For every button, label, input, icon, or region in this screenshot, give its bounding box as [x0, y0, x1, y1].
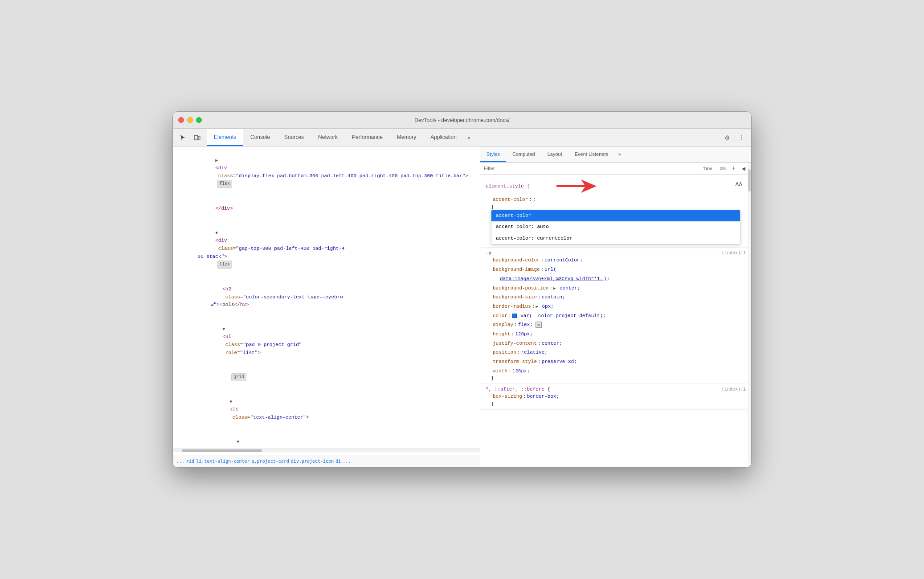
settings-icon[interactable]: ⚙ — [721, 131, 733, 144]
css-property-line[interactable]: transform-style : preserve-3d; — [486, 357, 746, 367]
css-property-line[interactable]: background-image : url( — [486, 265, 746, 274]
css-property-line[interactable]: justify-content : center; — [486, 339, 746, 348]
minimize-button[interactable] — [187, 117, 193, 123]
main-tab-list: Elements Console Sources Network Perform… — [207, 129, 474, 146]
html-line[interactable]: grid — [173, 365, 480, 390]
css-close-brace: } — [486, 375, 746, 381]
expand-triangle[interactable]: ▼ — [229, 400, 232, 404]
horizontal-scrollbar[interactable] — [173, 449, 480, 452]
css-property-line[interactable]: accent-color : ; — [486, 195, 746, 204]
devtools-tab-bar: Elements Console Sources Network Perform… — [173, 129, 751, 147]
css-property-line[interactable]: width : 128px; — [486, 367, 746, 376]
hov-button[interactable]: :hov — [701, 165, 715, 172]
more-options-icon[interactable]: ⋮ — [735, 131, 748, 144]
css-property-line[interactable]: height : 128px; — [486, 330, 746, 339]
css-rule-p: .p (index):1 background-color : currentC… — [480, 248, 751, 384]
autocomplete-item-accent-color[interactable]: accent-color — [491, 210, 740, 222]
autocomplete-item-auto[interactable]: accent-color: auto — [491, 221, 740, 233]
tab-layout[interactable]: Layout — [541, 147, 568, 162]
cursor-icon[interactable] — [176, 131, 189, 144]
elements-content[interactable]: ▶ <div class="display-flex pad-bottom-30… — [173, 147, 480, 449]
styles-tab-bar: Styles Computed Layout Event Listeners » — [480, 147, 751, 163]
css-property-line[interactable]: border-radius : ▶ 6px; — [486, 302, 746, 311]
tab-computed[interactable]: Computed — [506, 147, 541, 162]
data-url-link[interactable]: data:image/svg+xml,%3Csvg width='1… — [500, 275, 603, 283]
red-arrow-annotation — [556, 177, 597, 195]
tab-sources[interactable]: Sources — [277, 129, 311, 146]
add-style-button[interactable]: + — [730, 164, 738, 172]
filter-input[interactable] — [484, 166, 699, 171]
text-size-icon[interactable]: AA — [735, 181, 742, 188]
css-property-line[interactable]: background-size : contain; — [486, 293, 746, 302]
flex-badge[interactable]: flex — [217, 261, 232, 269]
html-line[interactable]: <h2 class="color-secondary-text type--ey… — [173, 277, 480, 317]
tab-elements[interactable]: Elements — [207, 129, 243, 146]
filter-actions: :hov .cls + ◀ — [701, 164, 748, 172]
maximize-button[interactable] — [196, 117, 202, 123]
css-property-line[interactable]: color : var(--color-project-default); — [486, 311, 746, 321]
tab-console[interactable]: Console — [243, 129, 277, 146]
breadcrumb-item[interactable]: ... — [176, 459, 184, 464]
device-toggle-icon[interactable] — [191, 131, 203, 144]
scroll-thumb[interactable] — [182, 449, 262, 452]
expand-triangle[interactable]: ▼ — [237, 440, 239, 444]
expand-triangle[interactable]: ▶ — [553, 286, 556, 291]
flex-badge[interactable]: flex — [217, 180, 232, 188]
css-property-line[interactable]: background-position : ▶ center; — [486, 284, 746, 293]
color-swatch[interactable] — [512, 314, 517, 318]
css-close-brace: } — [486, 204, 746, 210]
breadcrumb-item[interactable]: li.text-align-center — [196, 459, 249, 464]
cls-button[interactable]: .cls — [716, 165, 728, 172]
css-property-line[interactable]: background-color : currentColor; — [486, 256, 746, 265]
close-button[interactable] — [178, 117, 184, 123]
breadcrumb-item[interactable]: a.project-card — [252, 459, 289, 464]
html-line[interactable]: ▶ <div class="display-flex pad-bottom-30… — [173, 148, 480, 196]
html-line[interactable]: ▼ <ul class="pad-0 project-grid" role="l… — [173, 317, 480, 365]
breadcrumb-item[interactable]: rid — [186, 459, 194, 464]
tab-application[interactable]: Application — [423, 129, 464, 146]
elements-panel: ▶ <div class="display-flex pad-bottom-30… — [173, 147, 480, 467]
breadcrumb-bar: ... rid li.text-align-center a.project-c… — [173, 455, 480, 467]
source-link[interactable]: (index):1 — [722, 251, 746, 256]
css-property-line[interactable]: display : flex; ⊞ — [486, 320, 746, 330]
styles-tab-more[interactable]: » — [615, 147, 625, 162]
css-selector[interactable]: .p — [486, 250, 491, 256]
css-property-line[interactable]: position : relative; — [486, 348, 746, 357]
source-link[interactable]: (index):1 — [722, 387, 746, 392]
css-rule-universal: *, ::after, ::before { (index):1 box-siz… — [480, 384, 751, 410]
html-line[interactable]: ▼ <a class="project-card" href="devtools… — [173, 430, 480, 449]
expand-triangle[interactable]: ▶ — [536, 305, 538, 309]
breadcrumb-item[interactable]: di — [335, 459, 341, 464]
expand-triangle[interactable]: ▼ — [215, 231, 218, 236]
expand-triangle[interactable]: ▶ — [215, 158, 218, 163]
breadcrumb-item[interactable]: div.project-icon — [291, 459, 334, 464]
tab-event-listeners[interactable]: Event Listeners — [568, 147, 615, 162]
scrollbar-thumb[interactable] — [748, 169, 751, 192]
element-style-rule: element.style { accent-color : ; — [480, 175, 751, 248]
css-property-continuation[interactable]: data:image/svg+xml,%3Csvg width='1… ); — [486, 274, 746, 284]
html-line[interactable]: ▼ <li class="text-align-center"> — [173, 390, 480, 430]
tab-memory[interactable]: Memory — [390, 129, 423, 146]
html-line[interactable]: ▼ <div class="gap-top-300 pad-left-400 p… — [173, 221, 480, 277]
vertical-scrollbar[interactable] — [748, 163, 751, 467]
tab-performance[interactable]: Performance — [345, 129, 390, 146]
breadcrumb-ellipsis[interactable]: ... — [343, 459, 351, 464]
devtools-window: DevTools - developer.chrome.com/docs/ — [172, 111, 752, 468]
styles-filter-bar: :hov .cls + ◀ — [480, 163, 751, 175]
css-property-line[interactable]: box-sizing : border-box; — [486, 392, 746, 401]
html-line[interactable]: </div> — [173, 196, 480, 221]
devtools-container: Elements Console Sources Network Perform… — [173, 129, 751, 467]
svg-rect-1 — [198, 136, 200, 139]
css-selector[interactable]: element.style { — [486, 183, 530, 189]
grid-badge[interactable]: grid — [231, 373, 246, 381]
css-selector[interactable]: *, ::after, ::before { — [486, 387, 550, 392]
tab-more-button[interactable]: » — [464, 129, 474, 146]
autocomplete-item-currentcolor[interactable]: accent-color: currentcolor — [491, 233, 740, 245]
autocomplete-dropdown[interactable]: accent-color accent-color: auto accent-c… — [491, 210, 740, 245]
tab-network[interactable]: Network — [311, 129, 345, 146]
flex-layout-icon[interactable]: ⊞ — [536, 322, 542, 328]
expand-triangle[interactable]: ▼ — [222, 327, 225, 332]
sidebar-toggle-button[interactable]: ◀ — [740, 164, 748, 172]
tab-styles[interactable]: Styles — [480, 147, 506, 162]
window-title: DevTools - developer.chrome.com/docs/ — [414, 117, 509, 123]
